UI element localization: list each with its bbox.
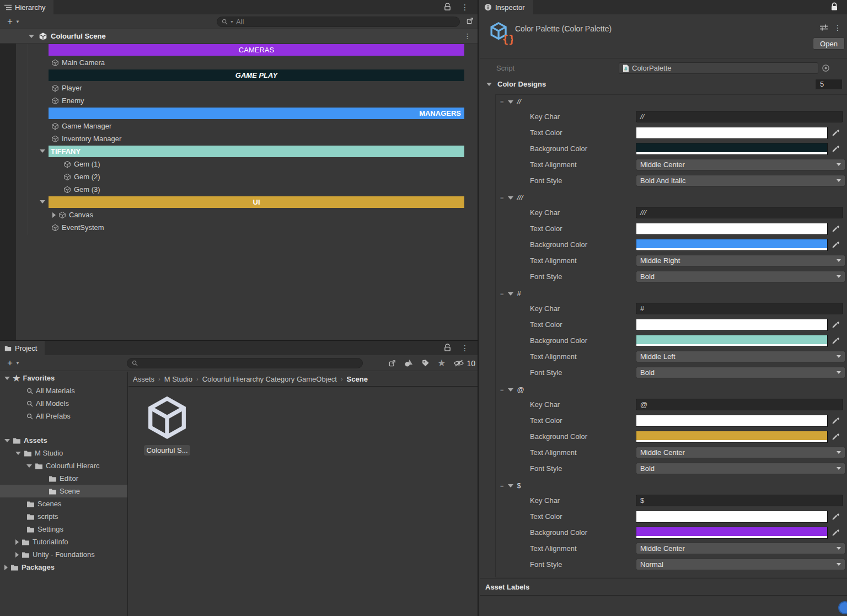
foldout-arrow-icon[interactable]	[4, 439, 10, 442]
tree-item-m-studio[interactable]: M Studio	[0, 447, 127, 459]
foldout-arrow-icon[interactable]	[40, 149, 45, 153]
drag-handle-icon[interactable]: =	[500, 101, 503, 103]
text-alignment-dropdown[interactable]: Middle Center	[636, 543, 845, 554]
hierarchy-item-inventory-manager[interactable]: Inventory Manager	[0, 132, 478, 145]
hierarchy-banner-cameras[interactable]: CAMERAS	[0, 44, 478, 56]
design-group-header[interactable]: = #	[496, 287, 847, 301]
script-object-field[interactable]: # ColorPalette	[619, 62, 818, 74]
hierarchy-banner-ui[interactable]: UI	[0, 196, 478, 208]
drag-handle-icon[interactable]: =	[500, 485, 503, 487]
tree-item-all-materials[interactable]: All Materials	[0, 384, 127, 397]
eyedropper-icon[interactable]	[832, 529, 839, 537]
hierarchy-item-gem-1[interactable]: Gem (1)	[0, 158, 478, 170]
background-color-swatch[interactable]	[636, 527, 828, 539]
breadcrumb-m-studio[interactable]: M Studio	[164, 375, 192, 383]
kebab-menu-icon[interactable]: ⋮	[834, 23, 841, 32]
font-style-dropdown[interactable]: Bold	[636, 463, 845, 474]
hierarchy-banner-gameplay[interactable]: GAME PLAY	[0, 69, 478, 82]
eyedropper-icon[interactable]	[832, 145, 839, 153]
add-gameobject-button[interactable]: ＋▼	[0, 16, 23, 28]
tree-item-scenes[interactable]: Scenes	[0, 497, 127, 510]
hierarchy-banner-tiffany[interactable]: TIFFANY	[0, 145, 478, 158]
presets-icon[interactable]	[819, 24, 828, 31]
drag-handle-icon[interactable]: =	[500, 197, 503, 199]
foldout-arrow-icon[interactable]	[15, 452, 21, 455]
hierarchy-item-gem-2[interactable]: Gem (2)	[0, 170, 478, 183]
foldout-arrow-icon[interactable]	[29, 35, 34, 38]
tree-item-scripts[interactable]: scripts	[0, 510, 127, 523]
kebab-menu-icon[interactable]: ⋮	[457, 3, 473, 12]
tree-item-tutorialinfo[interactable]: TutorialInfo	[0, 535, 127, 548]
text-alignment-dropdown[interactable]: Middle Right	[636, 255, 845, 266]
hierarchy-item-player[interactable]: Player	[0, 82, 478, 94]
background-color-swatch[interactable]	[636, 431, 828, 443]
eyedropper-icon[interactable]	[832, 417, 839, 425]
notification-dot[interactable]	[838, 601, 847, 614]
foldout-arrow-icon[interactable]	[508, 292, 513, 296]
tab-inspector[interactable]: Inspector	[480, 0, 533, 14]
design-group-header[interactable]: = ///	[496, 191, 847, 205]
array-size-field[interactable]: 5	[815, 79, 843, 90]
open-button[interactable]: Open	[813, 38, 845, 50]
tree-item-favorites[interactable]: ★Favorites	[0, 372, 127, 384]
foldout-arrow-icon[interactable]	[508, 388, 513, 392]
text-color-swatch[interactable]	[636, 511, 828, 523]
tab-hierarchy[interactable]: Hierarchy	[0, 0, 53, 14]
font-style-dropdown[interactable]: Bold	[636, 271, 845, 282]
font-style-dropdown[interactable]: Normal	[636, 559, 845, 570]
text-color-swatch[interactable]	[636, 415, 828, 427]
tree-item-packages[interactable]: Packages	[0, 561, 127, 574]
foldout-arrow-icon[interactable]	[40, 200, 45, 203]
foldout-arrow-icon[interactable]	[508, 484, 513, 488]
font-style-dropdown[interactable]: Bold And Italic	[636, 175, 845, 186]
foldout-arrow-icon[interactable]	[508, 100, 513, 104]
project-search-input[interactable]	[127, 358, 363, 368]
hierarchy-item-gem-3[interactable]: Gem (3)	[0, 183, 478, 196]
filter-by-type-icon[interactable]	[404, 359, 414, 367]
hierarchy-item-main-camera[interactable]: Main Camera	[0, 56, 478, 69]
create-asset-button[interactable]: ＋▼	[0, 357, 23, 369]
eyedropper-icon[interactable]	[832, 321, 839, 329]
hierarchy-item-eventsystem[interactable]: EventSystem	[0, 221, 478, 234]
breadcrumb-colourful[interactable]: Colourful Hierarchy Category GameObject	[202, 375, 337, 383]
open-window-icon[interactable]	[466, 17, 474, 25]
tree-item-all-models[interactable]: All Models	[0, 397, 127, 410]
eyedropper-icon[interactable]	[832, 129, 839, 137]
hidden-count-icon[interactable]	[453, 359, 464, 367]
tree-item-all-prefabs[interactable]: All Prefabs	[0, 410, 127, 422]
tab-project[interactable]: Project	[0, 341, 45, 355]
eyedropper-icon[interactable]	[832, 513, 839, 521]
tree-item-assets[interactable]: Assets	[0, 434, 127, 447]
key-char-field[interactable]: ///	[636, 207, 843, 218]
foldout-arrow-icon[interactable]	[26, 464, 32, 468]
color-designs-foldout[interactable]: Color Designs 5	[480, 78, 847, 90]
key-char-field[interactable]: $	[636, 495, 843, 506]
breadcrumb-assets[interactable]: Assets	[133, 375, 154, 383]
background-color-swatch[interactable]	[636, 239, 828, 251]
text-color-swatch[interactable]	[636, 319, 828, 331]
expand-arrow-icon[interactable]	[15, 539, 19, 545]
background-color-swatch[interactable]	[636, 143, 828, 155]
design-group-header[interactable]: = @	[496, 383, 847, 397]
eyedropper-icon[interactable]	[832, 225, 839, 233]
lock-open-icon[interactable]	[439, 3, 455, 11]
hierarchy-banner-managers[interactable]: MANAGERS	[0, 107, 478, 120]
design-group-header[interactable]: = //	[496, 95, 847, 109]
expand-arrow-icon[interactable]	[4, 565, 8, 570]
text-alignment-dropdown[interactable]: Middle Center	[636, 447, 845, 458]
font-style-dropdown[interactable]: Bold	[636, 367, 845, 378]
eyedropper-icon[interactable]	[832, 241, 839, 249]
expand-arrow-icon[interactable]	[52, 212, 56, 218]
filter-by-label-icon[interactable]	[421, 359, 430, 367]
expand-arrow-icon[interactable]	[15, 552, 19, 558]
kebab-menu-icon[interactable]: ⋮	[457, 344, 473, 352]
lock-closed-icon[interactable]	[826, 2, 843, 11]
tree-item-settings[interactable]: Settings	[0, 523, 127, 535]
asset-colourful-scene[interactable]: Colourful S...	[142, 396, 192, 456]
eyedropper-icon[interactable]	[832, 433, 839, 441]
drag-handle-icon[interactable]: =	[500, 389, 503, 391]
hierarchy-search-input[interactable]: ▼ All	[217, 17, 460, 27]
open-window-icon[interactable]	[388, 359, 396, 367]
tree-item-editor[interactable]: Editor	[0, 472, 127, 485]
key-char-field[interactable]: #	[636, 303, 843, 314]
